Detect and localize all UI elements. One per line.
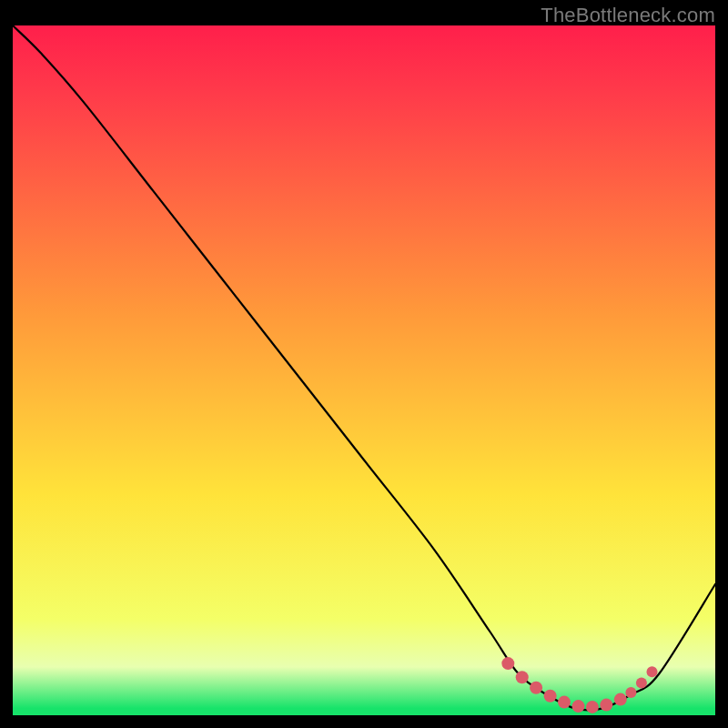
marker-dot (530, 682, 542, 694)
watermark-text: TheBottleneck.com (541, 4, 715, 27)
marker-dot (544, 690, 557, 703)
chart-frame: TheBottleneck.com (0, 0, 728, 728)
marker-dot (586, 701, 599, 713)
marker-dot (647, 666, 658, 677)
marker-dot (516, 671, 529, 683)
marker-dot (614, 693, 627, 706)
highlight-markers (501, 657, 657, 713)
marker-dot (501, 657, 514, 670)
marker-dot (625, 687, 636, 698)
marker-dot (558, 696, 571, 709)
chart-svg (13, 25, 715, 715)
marker-dot (600, 699, 612, 712)
bottleneck-curve (13, 25, 715, 710)
marker-dot (572, 700, 585, 713)
marker-dot (636, 677, 647, 688)
plot-area (13, 25, 715, 715)
